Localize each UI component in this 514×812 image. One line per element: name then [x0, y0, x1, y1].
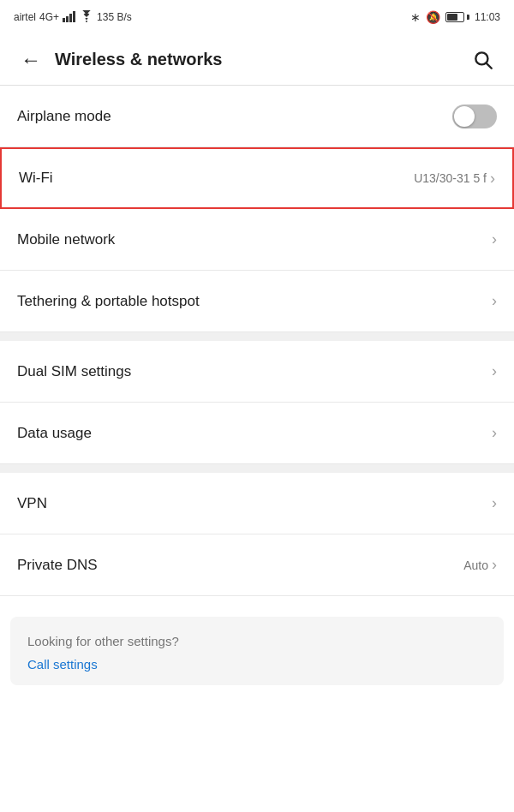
setting-item-left-dual-sim: Dual SIM settings	[17, 363, 131, 380]
dual-sim-chevron-icon: ›	[492, 362, 497, 380]
airplane-mode-label: Airplane mode	[17, 108, 111, 125]
carrier-label: airtel	[14, 11, 36, 23]
svg-point-4	[86, 21, 87, 22]
setting-item-left-private-dns: Private DNS	[17, 557, 98, 574]
wifi-value: U13/30-31 5 f	[414, 171, 487, 185]
setting-item-wifi[interactable]: Wi-Fi U13/30-31 5 f ›	[0, 147, 514, 209]
vpn-label: VPN	[17, 495, 47, 512]
setting-item-airplane-mode[interactable]: Airplane mode	[0, 86, 514, 147]
setting-item-private-dns[interactable]: Private DNS Auto ›	[0, 534, 514, 596]
back-arrow-icon: ←	[21, 48, 41, 72]
setting-right-wifi: U13/30-31 5 f ›	[414, 170, 495, 188]
setting-item-left-tethering: Tethering & portable hotspot	[17, 293, 200, 310]
setting-item-left-wifi: Wi-Fi	[19, 170, 53, 187]
setting-item-tethering[interactable]: Tethering & portable hotspot ›	[0, 271, 514, 332]
setting-item-left-vpn: VPN	[17, 495, 47, 512]
setting-right-vpn: ›	[492, 494, 497, 512]
private-dns-chevron-icon: ›	[492, 556, 497, 574]
status-left: airtel 4G+ 135 B/s	[14, 10, 132, 25]
settings-list: Airplane mode Wi-Fi U13/30-31 5 f › Mobi…	[0, 86, 514, 596]
header: ← Wireless & networks	[0, 34, 514, 86]
status-right: ∗ 🔕 11:03	[410, 10, 500, 24]
toggle-thumb	[454, 106, 475, 127]
call-settings-link[interactable]: Call settings	[27, 657, 487, 672]
setting-right-airplane	[452, 104, 497, 128]
private-dns-value: Auto	[463, 558, 488, 572]
signal-icon	[63, 10, 76, 25]
setting-item-left-mobile: Mobile network	[17, 231, 115, 248]
search-icon	[472, 49, 494, 71]
private-dns-label: Private DNS	[17, 557, 98, 574]
wifi-chevron-icon: ›	[490, 170, 495, 188]
mobile-network-label: Mobile network	[17, 231, 115, 248]
section-divider-2	[0, 464, 514, 473]
setting-item-left-data-usage: Data usage	[17, 425, 92, 442]
back-button[interactable]: ←	[14, 43, 48, 77]
airplane-mode-toggle[interactable]	[452, 104, 497, 128]
svg-rect-0	[63, 18, 65, 22]
data-usage-label: Data usage	[17, 425, 92, 442]
setting-right-data-usage: ›	[492, 424, 497, 442]
footer-card-text: Looking for other settings?	[27, 634, 487, 648]
svg-rect-2	[69, 14, 72, 22]
setting-right-mobile: ›	[492, 230, 497, 248]
setting-item-vpn[interactable]: VPN ›	[0, 473, 514, 534]
dual-sim-label: Dual SIM settings	[17, 363, 131, 380]
notification-icon: 🔕	[426, 10, 440, 24]
section-divider-1	[0, 332, 514, 341]
page-title: Wireless & networks	[55, 50, 466, 69]
network-type-label: 4G+	[39, 11, 59, 23]
setting-right-dual-sim: ›	[492, 362, 497, 380]
tethering-chevron-icon: ›	[492, 292, 497, 310]
setting-item-mobile-network[interactable]: Mobile network ›	[0, 209, 514, 271]
svg-line-6	[487, 63, 492, 68]
vpn-chevron-icon: ›	[492, 494, 497, 512]
setting-item-left: Airplane mode	[17, 108, 111, 125]
mobile-network-chevron-icon: ›	[492, 230, 497, 248]
svg-rect-3	[73, 11, 75, 22]
wifi-label: Wi-Fi	[19, 170, 53, 187]
speed-label: 135 B/s	[97, 11, 132, 23]
search-button[interactable]	[466, 43, 500, 77]
tethering-label: Tethering & portable hotspot	[17, 293, 200, 310]
toggle-track	[452, 104, 497, 128]
setting-right-tethering: ›	[492, 292, 497, 310]
status-bar: airtel 4G+ 135 B/s ∗ 🔕	[0, 0, 514, 34]
battery-icon	[445, 12, 469, 22]
setting-item-data-usage[interactable]: Data usage ›	[0, 403, 514, 464]
time-label: 11:03	[475, 11, 500, 23]
bluetooth-icon: ∗	[410, 10, 421, 24]
data-usage-chevron-icon: ›	[492, 424, 497, 442]
setting-right-private-dns: Auto ›	[463, 556, 497, 574]
svg-rect-1	[66, 16, 69, 22]
footer-card: Looking for other settings? Call setting…	[10, 617, 504, 685]
setting-item-dual-sim[interactable]: Dual SIM settings ›	[0, 341, 514, 403]
wifi-status-icon	[80, 10, 93, 25]
